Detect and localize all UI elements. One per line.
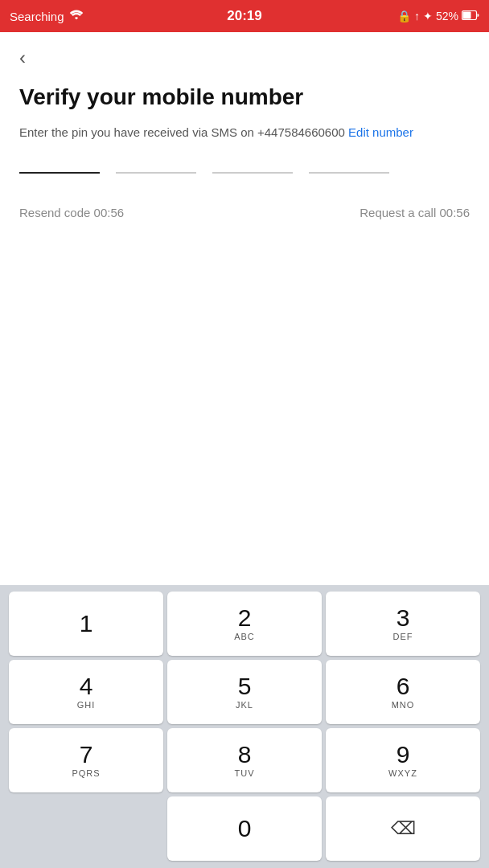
key-number-1: 1 — [80, 612, 93, 636]
key-letters-9: WXYZ — [388, 768, 417, 778]
key-letters-5: JKL — [236, 700, 253, 710]
keypad: 12ABC3DEF4GHI5JKL6MNO7PQRS8TUV9WXYZ0⌫ — [0, 585, 489, 868]
key-2[interactable]: 2ABC — [167, 592, 322, 656]
resend-code-text[interactable]: Resend code 00:56 — [19, 206, 124, 219]
key-number-3: 3 — [397, 606, 410, 630]
key-number-6: 6 — [397, 674, 410, 698]
bluetooth-icon: ✦ — [423, 10, 433, 23]
status-left: Searching — [10, 10, 84, 23]
location-icon: ↑ — [414, 10, 420, 23]
pin-field-3[interactable] — [212, 166, 293, 174]
key-letters-3: DEF — [393, 632, 413, 641]
key-3[interactable]: 3DEF — [326, 592, 480, 656]
key-1[interactable]: 1 — [9, 592, 163, 656]
status-right: 🔒 ↑ ✦ 52% — [397, 10, 479, 23]
key-letters-7: PQRS — [72, 768, 100, 778]
delete-key[interactable]: ⌫ — [326, 796, 480, 861]
keypad-row-0: 12ABC3DEF — [3, 592, 486, 656]
request-call-text[interactable]: Request a call 00:56 — [360, 206, 470, 219]
pin-field-4[interactable] — [309, 166, 389, 174]
key-9[interactable]: 9WXYZ — [326, 728, 480, 792]
key-number-0: 0 — [238, 817, 252, 841]
back-button[interactable]: ‹ — [19, 48, 26, 68]
key-8[interactable]: 8TUV — [167, 728, 322, 792]
key-letters-8: TUV — [235, 768, 255, 778]
status-bar: Searching 20:19 🔒 ↑ ✦ 52% — [0, 0, 489, 32]
key-6[interactable]: 6MNO — [326, 660, 480, 724]
battery-text: 52% — [436, 10, 458, 23]
key-4[interactable]: 4GHI — [9, 660, 163, 724]
keypad-row-2: 7PQRS8TUV9WXYZ — [3, 728, 486, 792]
lock-icon: 🔒 — [397, 10, 411, 23]
key-number-2: 2 — [238, 606, 252, 630]
wifi-icon — [69, 10, 84, 23]
key-letters-6: MNO — [392, 700, 415, 710]
key-letters-2: ABC — [234, 632, 255, 641]
key-7[interactable]: 7PQRS — [9, 728, 163, 792]
key-5[interactable]: 5JKL — [167, 660, 322, 724]
key-0[interactable]: 0 — [167, 796, 322, 861]
keypad-row-1: 4GHI5JKL6MNO — [3, 660, 486, 724]
empty-key — [9, 796, 163, 861]
key-number-5: 5 — [238, 674, 252, 698]
pin-field-1[interactable] — [19, 166, 100, 174]
searching-text: Searching — [10, 10, 64, 23]
main-content: ‹ Verify your mobile number Enter the pi… — [0, 32, 489, 260]
actions-row: Resend code 00:56 Request a call 00:56 — [19, 206, 470, 219]
pin-fields — [19, 166, 470, 174]
pin-field-2[interactable] — [116, 166, 196, 174]
page-title: Verify your mobile number — [19, 84, 470, 111]
battery-icon — [462, 10, 479, 23]
key-number-4: 4 — [80, 674, 93, 698]
delete-icon: ⌫ — [391, 818, 416, 839]
edit-number-link[interactable]: Edit number — [348, 125, 413, 139]
description-text: Enter the pin you have received via SMS … — [19, 124, 470, 142]
key-number-8: 8 — [238, 743, 252, 767]
keypad-row-3: 0⌫ — [3, 796, 486, 861]
status-time: 20:19 — [227, 8, 261, 24]
svg-rect-1 — [463, 12, 471, 19]
key-number-9: 9 — [397, 743, 410, 767]
key-number-7: 7 — [80, 743, 93, 767]
key-letters-4: GHI — [77, 700, 96, 710]
